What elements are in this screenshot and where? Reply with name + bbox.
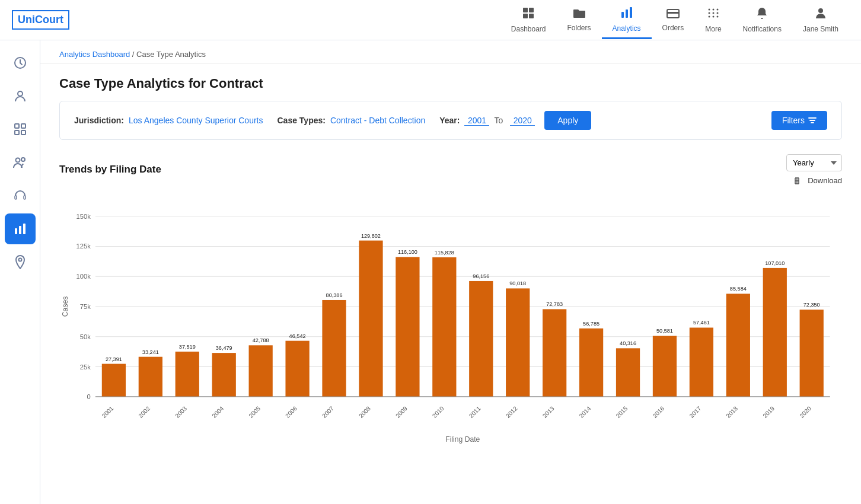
svg-point-14 <box>716 12 718 14</box>
page-title-section: Case Type Analytics for Contract <box>40 64 861 101</box>
svg-point-16 <box>712 16 714 18</box>
svg-text:2010: 2010 <box>431 405 445 419</box>
svg-point-17 <box>716 16 718 18</box>
breadcrumb-home[interactable]: Analytics Dashboard <box>59 50 130 59</box>
svg-text:33,241: 33,241 <box>142 349 159 355</box>
top-navigation: UniCourt Dashboard Folders <box>0 0 861 40</box>
svg-rect-87 <box>506 288 530 397</box>
svg-rect-69 <box>285 341 309 397</box>
svg-point-26 <box>21 158 25 161</box>
filters-bar: Jurisdiction: Los Angeles County Superio… <box>59 101 842 140</box>
page-title: Case Type Analytics for Contract <box>59 76 842 91</box>
nav-label-analytics: Analytics <box>613 24 641 33</box>
sidebar-item-analytics[interactable] <box>5 213 36 244</box>
filters-button-label: Filters <box>782 116 805 125</box>
jurisdiction-label: Jurisdiction: <box>74 116 124 125</box>
svg-text:115,828: 115,828 <box>435 250 454 256</box>
year-to-separator: To <box>494 116 503 125</box>
sidebar-item-map[interactable] <box>5 247 36 277</box>
nav-label-folders: Folders <box>567 24 591 32</box>
svg-text:2003: 2003 <box>174 405 188 419</box>
svg-point-32 <box>18 259 21 261</box>
nav-label-orders: Orders <box>662 24 684 32</box>
svg-text:2006: 2006 <box>284 405 298 419</box>
nav-item-orders[interactable]: Orders <box>652 3 695 37</box>
svg-text:2018: 2018 <box>725 405 739 419</box>
period-select[interactable]: Yearly Monthly Quarterly <box>786 154 842 171</box>
nav-item-user[interactable]: Jane Smith <box>792 2 849 38</box>
sidebar-item-recent[interactable] <box>5 47 36 78</box>
download-button[interactable]: Download <box>795 176 842 185</box>
chart-header: Trends by Filing Date Yearly Monthly Qua… <box>59 154 842 185</box>
orders-icon <box>667 8 680 21</box>
svg-text:96,156: 96,156 <box>473 273 489 279</box>
svg-rect-105 <box>726 294 750 397</box>
sidebar-item-headset[interactable] <box>5 180 36 211</box>
year-to-input[interactable] <box>510 116 535 126</box>
svg-point-12 <box>708 12 710 14</box>
nav-label-notifications: Notifications <box>743 25 782 33</box>
case-types-label: Case Types: <box>277 116 325 125</box>
filters-button[interactable]: Filters <box>771 111 827 130</box>
svg-text:2019: 2019 <box>761 405 776 419</box>
svg-rect-63 <box>212 353 236 397</box>
svg-rect-27 <box>15 196 17 199</box>
svg-text:0: 0 <box>87 393 91 400</box>
sidebar-item-people[interactable] <box>5 147 36 178</box>
svg-rect-99 <box>653 336 677 397</box>
nav-item-dashboard[interactable]: Dashboard <box>500 2 557 38</box>
svg-text:36,479: 36,479 <box>216 345 232 351</box>
svg-text:80,386: 80,386 <box>326 292 343 298</box>
case-types-value[interactable]: Contract - Debt Collection <box>330 116 425 125</box>
nav-item-analytics[interactable]: Analytics <box>602 1 652 39</box>
svg-rect-60 <box>176 352 199 397</box>
apply-button[interactable]: Apply <box>544 111 591 130</box>
nav-item-folders[interactable]: Folders <box>557 3 602 37</box>
svg-text:2005: 2005 <box>247 405 262 419</box>
sidebar <box>0 40 40 504</box>
svg-rect-111 <box>800 310 824 397</box>
svg-text:2011: 2011 <box>468 405 482 419</box>
sidebar-item-person[interactable] <box>5 81 36 111</box>
svg-rect-22 <box>21 124 25 128</box>
svg-text:75k: 75k <box>80 303 91 310</box>
folders-icon <box>573 8 586 21</box>
svg-rect-57 <box>139 357 162 397</box>
sidebar-item-grid[interactable] <box>5 114 36 145</box>
svg-rect-4 <box>621 12 624 18</box>
jurisdiction-value[interactable]: Los Angeles County Superior Courts <box>129 116 263 125</box>
svg-text:2002: 2002 <box>138 405 152 419</box>
svg-rect-24 <box>21 130 25 135</box>
svg-rect-0 <box>523 8 528 12</box>
nav-item-notifications[interactable]: Notifications <box>732 2 792 38</box>
svg-rect-72 <box>322 300 346 397</box>
svg-rect-93 <box>579 328 603 397</box>
svg-point-18 <box>818 8 823 13</box>
svg-text:150k: 150k <box>76 213 91 220</box>
svg-text:85,584: 85,584 <box>730 286 747 292</box>
svg-point-25 <box>15 158 20 162</box>
svg-text:2009: 2009 <box>394 405 409 419</box>
svg-text:2014: 2014 <box>578 405 592 419</box>
download-icon <box>795 177 804 185</box>
logo[interactable]: UniCourt <box>12 10 69 30</box>
svg-text:2012: 2012 <box>505 405 519 419</box>
svg-rect-30 <box>19 226 21 234</box>
svg-text:50,581: 50,581 <box>656 328 673 334</box>
svg-text:72,783: 72,783 <box>546 301 563 307</box>
svg-point-11 <box>716 9 718 11</box>
logo-text: UniCourt <box>18 14 63 26</box>
svg-text:57,461: 57,461 <box>693 320 710 326</box>
dashboard-icon <box>522 7 535 23</box>
nav-item-more[interactable]: More <box>694 2 732 38</box>
svg-text:2013: 2013 <box>541 405 556 419</box>
svg-rect-96 <box>616 348 640 397</box>
year-from-input[interactable] <box>464 116 489 126</box>
svg-text:90,018: 90,018 <box>509 280 526 286</box>
svg-rect-29 <box>15 228 17 234</box>
svg-text:2015: 2015 <box>615 405 629 419</box>
svg-text:Filing Date: Filing Date <box>445 435 480 444</box>
svg-rect-8 <box>667 12 679 14</box>
svg-text:37,519: 37,519 <box>179 344 196 350</box>
bar-chart: 025k50k75k100k125k150kCases27,391200133,… <box>59 192 842 447</box>
